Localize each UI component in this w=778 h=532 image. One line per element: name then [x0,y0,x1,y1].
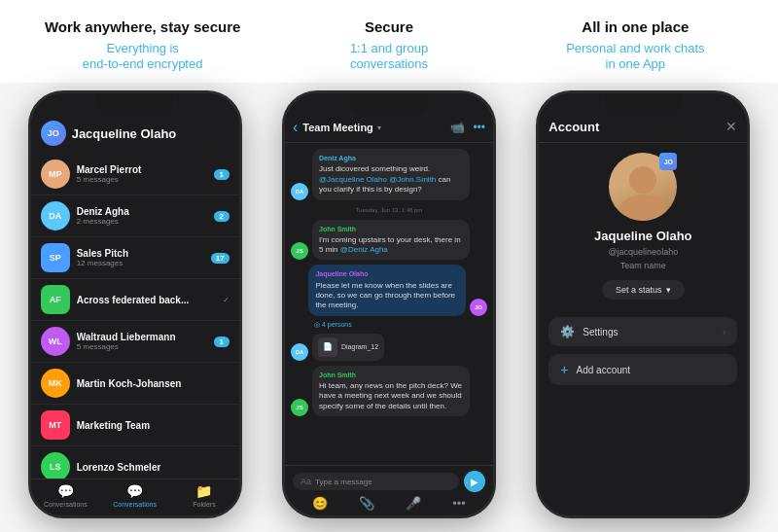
list-item[interactable]: MK Martin Koch-Johansen [31,363,239,405]
attachment-icon[interactable]: 📎 [359,496,374,511]
phone1-title: Jacqueline Olaho [72,126,230,141]
panel3-title: All in one place [582,18,689,37]
message-item: DA Deniz Agha Just dicovered something w… [291,149,487,199]
list-item[interactable]: MT Marketing Team [31,405,239,446]
input-placeholder: Type a message [315,478,372,486]
emoji-icon[interactable]: 😊 [312,496,328,511]
conversations-list: MP Marcel Pierrot5 messages 1 DA Deniz A… [31,152,239,479]
message-item: JS John Smith Hi team, any news on the p… [291,366,487,416]
mic-icon[interactable]: 🎤 [406,496,421,511]
sender-name: Deniz Agha [319,154,463,162]
main-content: JO Jacqueline Olaho MP Marcel Pierrot5 m… [0,83,778,532]
phone2-screen: ‹ Team Meeting ▾ 📹 ••• DA Deniz Agha Jus… [285,93,493,515]
chevron-down-icon: ▾ [666,285,671,295]
chat-header: ‹ Team Meeting ▾ 📹 ••• [285,93,493,143]
account-menu: ⚙️ Settings › [548,317,737,346]
avatar: DA [291,343,308,361]
account-handle: @jacquelineolaho [608,247,678,257]
add-account-label: Add account [577,365,631,375]
chat-title: Team Meeting [302,122,373,133]
tab-bar: 💬 Conversations 💬 Conversations 📁 Folder… [31,479,239,515]
avatar: JS [291,242,308,260]
tab-conversations-1[interactable]: 💬 Conversations [31,483,100,508]
list-item[interactable]: AF Across federated back... ✓ [31,279,239,321]
call-icon[interactable]: ••• [473,121,485,134]
conversations-active-icon: 💬 [126,483,143,499]
message-bubble: John Smith Hi team, any news on the pitc… [312,366,470,416]
message-timestamp: Tuesday, Jun 13, 1:48 pm [291,207,487,213]
avatar: DA [291,183,308,200]
close-button[interactable]: ✕ [725,119,737,134]
message-item: JS John Smith I'm coming upstairs to you… [291,220,487,261]
message-bubble: Jaqueline Olaho Please let me know when … [308,265,466,315]
panel3-subtitle: Personal and work chats in one App [566,41,704,74]
message-item: DA 📄 Diagram_12 [291,334,487,361]
phone1-screen: JO Jacqueline Olaho MP Marcel Pierrot5 m… [31,93,239,515]
tab-folders[interactable]: 📁 Folders [169,483,238,508]
chat-input-area: Aa Type a message ▶ 😊 📎 🎤 ••• [285,465,493,515]
conversations-icon: 💬 [57,483,74,499]
messages-area: DA Deniz Agha Just dicovered something w… [285,143,493,465]
top-bar: Work anywhere, stay secure Everything is… [0,0,778,83]
phone1-mockup: JO Jacqueline Olaho MP Marcel Pierrot5 m… [28,90,242,518]
status-label: Set a status [616,285,662,295]
message-bubble: Deniz Agha Just dicovered something weir… [312,149,470,199]
avatar: SP [41,243,70,272]
message-bubble: John Smith I'm coming upstairs to your d… [312,220,470,261]
folders-icon: 📁 [195,483,212,499]
chevron-right-icon: › [723,327,725,337]
tab-conversations-active[interactable]: 💬 Conversations [100,483,169,508]
avatar: JS [291,399,308,416]
sender-name: John Smith [319,371,463,379]
file-message: 📄 Diagram_12 [312,334,384,361]
panel2-subtitle: 1:1 and group conversations [350,41,428,74]
panel1-title: Work anywhere, stay secure [45,18,241,37]
account-title: Account [548,120,599,134]
chevron-down-icon: ▾ [377,124,381,132]
sender-name: John Smith [319,225,463,233]
set-status-button[interactable]: Set a status ▾ [602,280,685,300]
avatar: JO [470,299,487,316]
account-badge: JO [659,153,677,170]
send-button[interactable]: ▶ [464,471,485,492]
settings-label: Settings [583,327,618,337]
list-item[interactable]: WL Waltraud Liebermann5 messages 1 [31,321,239,363]
panel2-title: Secure [365,18,413,37]
phone3-screen: Account ✕ JO Jaqueline Olaho @jacqueline… [539,93,747,515]
aa-label: Aa [301,477,311,486]
avatar: LS [41,452,70,479]
video-call-icon[interactable]: 📹 [450,121,465,134]
more-icon[interactable]: ••• [452,496,466,511]
add-account-button[interactable]: + Add account [548,354,737,385]
avatar: MK [41,369,70,398]
phone1-header: JO Jacqueline Olaho [31,93,239,152]
avatar: WL [41,327,70,356]
avatar: AF [41,285,70,314]
list-item[interactable]: MP Marcel Pierrot5 messages 1 [31,154,239,195]
account-profile: JO Jaqueline Olaho @jacquelineolaho Team… [539,143,747,309]
team-name: Team name [620,261,666,270]
avatar: MP [41,160,70,189]
add-icon: + [560,362,568,377]
file-icon: 📄 [318,337,337,357]
account-header: Account ✕ [539,93,747,143]
panel1-header: Work anywhere, stay secure Everything is… [19,18,265,73]
list-item[interactable]: LS Lorenzo Schmeler [31,446,239,479]
avatar: MT [41,410,70,440]
settings-menu-item[interactable]: ⚙️ Settings › [548,317,737,346]
avatar-wrapper: JO [609,153,677,221]
avatar: DA [41,201,70,231]
list-item[interactable]: DA Deniz Agha2 messages 2 [31,195,239,237]
phone2-mockup: ‹ Team Meeting ▾ 📹 ••• DA Deniz Agha Jus… [282,90,496,518]
participants-count: ◎ 4 persons [291,321,487,329]
file-name: Diagram_12 [341,343,378,350]
sender-name: Jaqueline Olaho [315,269,459,278]
list-item[interactable]: SP Sales Pitch12 messages 17 [31,237,239,279]
message-input[interactable]: Aa Type a message [293,473,459,490]
panel3-header: All in one place Personal and work chats… [513,18,759,73]
panel1-subtitle: Everything is end-to-end encrypted [83,41,203,74]
settings-icon: ⚙️ [560,325,575,338]
account-name: Jaqueline Olaho [594,229,691,243]
message-item: JO Jaqueline Olaho Please let me know wh… [291,265,487,315]
back-button[interactable]: ‹ [293,119,298,136]
